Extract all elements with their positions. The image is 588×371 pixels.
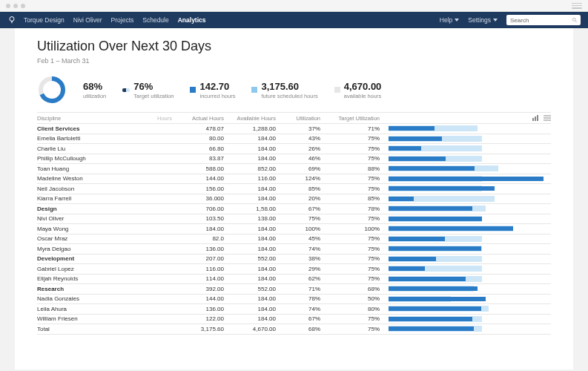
row-name: Myra Delgao <box>37 246 178 252</box>
app-logo-icon[interactable] <box>7 16 16 24</box>
breadcrumb-item[interactable]: Analytics <box>178 16 206 24</box>
chevron-down-icon <box>493 19 498 22</box>
table-row[interactable]: Phillip McCullough83.87184.0046%75% <box>37 154 551 165</box>
breadcrumb-item[interactable]: Torque Design <box>24 16 65 24</box>
svg-rect-5 <box>532 118 534 121</box>
table-row[interactable]: Client Services478.071,288.0037%71% <box>37 124 551 134</box>
row-target: 71% <box>326 125 386 132</box>
row-available: 852.00 <box>230 165 282 172</box>
col-actual[interactable]: Actual Hours <box>178 115 230 122</box>
table-row[interactable]: Nadia Gonzales144.00184.0078%50% <box>37 295 551 305</box>
row-name: Charlie Liu <box>37 145 178 152</box>
summary-stat: 142.70incurred hours <box>190 81 235 99</box>
table-row[interactable]: Total3,175.604,670.0068%75% <box>37 324 551 335</box>
row-target: 75% <box>326 145 386 152</box>
window-controls[interactable] <box>6 4 25 8</box>
row-actual: 114.00 <box>178 275 230 282</box>
stat-value: 3,175.60 <box>261 81 299 92</box>
table-row[interactable]: Design706.001,58.0067%78% <box>37 204 551 214</box>
table-row[interactable]: Myra Delgao136.00184.0074%75% <box>37 244 551 255</box>
list-view-icon[interactable] <box>544 115 551 121</box>
col-hours: Hours <box>157 115 172 122</box>
breadcrumb-item[interactable]: Projects <box>111 16 134 24</box>
table-row[interactable]: Gabriel Lopez116.00184.0029%75% <box>37 264 551 275</box>
row-name: Leila Ahura <box>37 306 178 312</box>
svg-rect-6 <box>535 116 536 121</box>
stat-label: future scheduled hours <box>261 93 317 99</box>
row-bar-chart <box>389 266 551 272</box>
page-content: Utilization Over Next 30 Days Feb 1 – Ma… <box>15 28 573 370</box>
row-util: 38% <box>282 255 326 262</box>
row-name: Client Services <box>37 125 178 132</box>
row-name: Elijah Reynolds <box>37 275 178 282</box>
row-actual: 80.00 <box>178 135 230 142</box>
row-target: 100% <box>326 226 386 232</box>
table-row[interactable]: Leila Ahura136.00184.0074%80% <box>37 304 551 315</box>
breadcrumb-item[interactable]: Schedule <box>142 16 168 24</box>
row-util: 62% <box>282 275 326 282</box>
minimize-icon[interactable] <box>13 4 18 8</box>
row-actual: 588.00 <box>178 165 230 172</box>
table-row[interactable]: Neil Jacobson156.00184.0085%75% <box>37 184 551 194</box>
row-actual: 3,175.60 <box>178 326 230 332</box>
row-actual: 136.00 <box>178 306 230 312</box>
stat-value: 76% <box>133 81 153 92</box>
help-menu[interactable]: Help <box>440 16 459 24</box>
row-target: 75% <box>326 155 386 162</box>
row-target: 75% <box>326 215 386 222</box>
chart-view-icon[interactable] <box>532 115 540 121</box>
col-discipline[interactable]: Discipline <box>37 115 61 122</box>
row-util: 20% <box>282 195 326 202</box>
col-utilization[interactable]: Utilization <box>282 115 326 122</box>
svg-rect-7 <box>537 115 538 121</box>
row-actual: 103.50 <box>178 215 230 222</box>
search-icon <box>572 17 578 23</box>
menu-icon[interactable] <box>572 3 582 9</box>
row-actual: 144.00 <box>178 295 230 302</box>
page-subtitle: Feb 1 – March 31 <box>37 57 551 65</box>
color-swatch-icon <box>334 87 340 93</box>
settings-menu[interactable]: Settings <box>468 16 498 24</box>
table-row[interactable]: Development207.00552.0038%75% <box>37 255 551 265</box>
table-row[interactable]: Emelia Bartoletti80.00184.0043%75% <box>37 134 551 145</box>
row-name: Phillip McCullough <box>37 155 178 162</box>
table-row[interactable]: Kiarra Farrell36.000184.0020%85% <box>37 194 551 205</box>
table-row[interactable]: Elijah Reynolds114.00184.0062%75% <box>37 275 551 285</box>
col-available[interactable]: Available Hours <box>230 115 282 122</box>
table-row[interactable]: Toan Huang588.00852.0069%88% <box>37 164 551 174</box>
row-util: 85% <box>282 186 326 192</box>
close-icon[interactable] <box>6 4 10 8</box>
summary-stat: 68%utilization <box>83 81 106 99</box>
search-input[interactable]: Search <box>506 15 581 25</box>
row-available: 184.00 <box>230 315 282 322</box>
row-actual: 66.80 <box>178 145 230 152</box>
table-row[interactable]: Research392.00552.0071%68% <box>37 284 551 295</box>
row-available: 1,288.00 <box>230 125 282 132</box>
row-actual: 706.00 <box>178 206 230 212</box>
color-swatch-icon <box>190 87 196 93</box>
row-target: 75% <box>326 266 386 272</box>
table-row[interactable]: William Friesen122.00184.0067%75% <box>37 315 551 325</box>
row-actual: 156.00 <box>178 186 230 192</box>
row-bar-chart <box>389 226 551 232</box>
breadcrumb-item[interactable]: Nivi Oliver <box>73 16 102 24</box>
table-row[interactable]: Charlie Liu66.80184.0026%75% <box>37 144 551 154</box>
row-actual: 207.00 <box>178 255 230 262</box>
row-bar-chart <box>389 195 551 202</box>
table-row[interactable]: Madeline Weston144.00116.00124%75% <box>37 174 551 185</box>
table-row[interactable]: Maya Wong184.00184.00100%100% <box>37 224 551 234</box>
row-actual: 392.00 <box>178 286 230 292</box>
row-util: 29% <box>282 266 326 272</box>
row-target: 75% <box>326 315 386 322</box>
settings-label: Settings <box>468 16 491 24</box>
row-target: 75% <box>326 275 386 282</box>
row-util: 45% <box>282 235 326 242</box>
utilization-table: Discipline Hours Actual Hours Available … <box>37 112 551 335</box>
row-bar-chart <box>389 235 551 242</box>
row-name: Madeline Weston <box>37 175 178 182</box>
col-target[interactable]: Target Utilization <box>326 115 386 122</box>
table-row[interactable]: Oscar Mraz82.0184.0045%75% <box>37 234 551 245</box>
table-row[interactable]: Nivi Oliver103.50138.0075%75% <box>37 214 551 225</box>
maximize-icon[interactable] <box>21 4 25 8</box>
row-available: 184.00 <box>230 155 282 162</box>
